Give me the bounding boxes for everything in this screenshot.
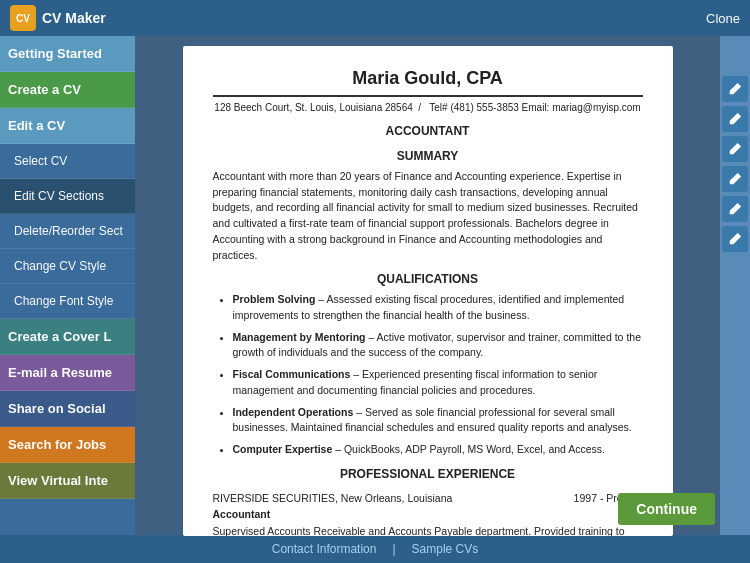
- sidebar-item-getting-started[interactable]: Getting Started: [0, 36, 135, 72]
- modal-overlay: Maria Gould, CPA 128 Beech Court, St. Lo…: [135, 36, 720, 535]
- cv-exp-company: RIVERSIDE SECURITIES, New Orleans, Louis…: [213, 491, 453, 506]
- sidebar-item-create-cover-letter[interactable]: Create a Cover L: [0, 319, 135, 355]
- cv-name: Maria Gould, CPA: [213, 66, 643, 91]
- footer-sample-cvs[interactable]: Sample CVs: [412, 542, 479, 556]
- cv-divider: [213, 95, 643, 97]
- main-layout: Getting Started Create a CV Edit a CV Se…: [0, 36, 750, 535]
- logo-text: CV Maker: [42, 10, 106, 26]
- qualification-item: Fiscal Communications – Experienced pres…: [233, 367, 643, 399]
- logo-area: CV CV Maker: [10, 5, 106, 31]
- edit-icon-6[interactable]: [722, 226, 748, 252]
- qualification-item: Problem Solving – Assessed existing fisc…: [233, 292, 643, 324]
- qualification-item: Independent Operations – Served as sole …: [233, 405, 643, 437]
- edit-icon-4[interactable]: [722, 166, 748, 192]
- cv-job-title: ACCOUNTANT: [213, 123, 643, 140]
- cv-summary-text: Accountant with more than 20 years of Fi…: [213, 169, 643, 264]
- edit-icon-3[interactable]: [722, 136, 748, 162]
- footer-separator: |: [392, 542, 395, 556]
- right-panel: [720, 36, 750, 535]
- sidebar-item-edit-cv[interactable]: Edit a CV: [0, 108, 135, 144]
- header: CV CV Maker Clone: [0, 0, 750, 36]
- sidebar: Getting Started Create a CV Edit a CV Se…: [0, 36, 135, 535]
- sidebar-item-view-virtual[interactable]: View Virtual Inte: [0, 463, 135, 499]
- sidebar-item-change-cv-style[interactable]: Change CV Style: [0, 249, 135, 284]
- continue-button[interactable]: Continue: [618, 493, 715, 525]
- sidebar-item-edit-cv-sections[interactable]: Edit CV Sections: [0, 179, 135, 214]
- sidebar-item-email-resume[interactable]: E-mail a Resume: [0, 355, 135, 391]
- sidebar-item-share-social[interactable]: Share on Social: [0, 391, 135, 427]
- sidebar-item-select-cv[interactable]: Select CV: [0, 144, 135, 179]
- cv-exp-desc: Supervised Accounts Receivable and Accou…: [213, 524, 643, 536]
- cv-qualifications-title: QUALIFICATIONS: [213, 271, 643, 288]
- footer: Contact Information | Sample CVs: [0, 535, 750, 563]
- sidebar-item-search-jobs[interactable]: Search for Jobs: [0, 427, 135, 463]
- qualification-item: Computer Expertise – QuickBooks, ADP Pay…: [233, 442, 643, 458]
- cv-qualifications: Problem Solving – Assessed existing fisc…: [213, 292, 643, 458]
- cv-contact: 128 Beech Court, St. Louis, Louisiana 28…: [213, 101, 643, 115]
- cv-summary-title: SUMMARY: [213, 148, 643, 165]
- sidebar-item-create-cv[interactable]: Create a CV: [0, 72, 135, 108]
- content-area: Maria Gould, CPA 128 Beech Court, St. Lo…: [135, 36, 750, 535]
- qualification-item: Management by Mentoring – Active motivat…: [233, 330, 643, 362]
- cv-exp-header: RIVERSIDE SECURITIES, New Orleans, Louis…: [213, 491, 643, 506]
- edit-icon-5[interactable]: [722, 196, 748, 222]
- clone-button[interactable]: Clone: [706, 11, 740, 26]
- edit-icon-2[interactable]: [722, 106, 748, 132]
- logo-icon: CV: [10, 5, 36, 31]
- cv-exp-job-title: Accountant: [213, 507, 643, 522]
- edit-icon-1[interactable]: [722, 76, 748, 102]
- sidebar-item-change-font-style[interactable]: Change Font Style: [0, 284, 135, 319]
- footer-contact-info[interactable]: Contact Information: [272, 542, 377, 556]
- cv-experience-title: PROFESSIONAL EXPERIENCE: [213, 466, 643, 483]
- sidebar-item-delete-reorder[interactable]: Delete/Reorder Sect: [0, 214, 135, 249]
- cv-modal: Maria Gould, CPA 128 Beech Court, St. Lo…: [183, 46, 673, 536]
